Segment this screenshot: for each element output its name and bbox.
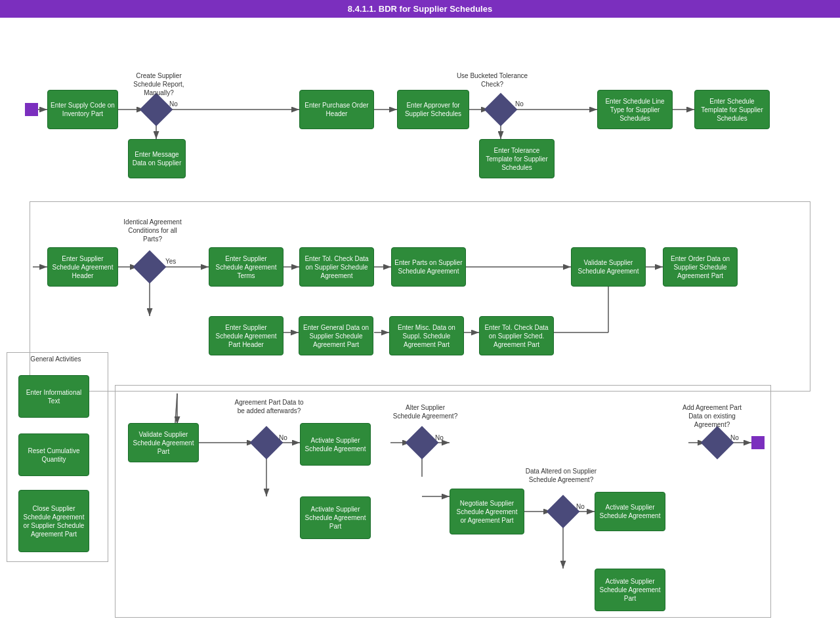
diamond-create-schedule-label: Create Supplier Schedule Report, Manuall… xyxy=(126,71,192,97)
activate-ssa-part-2-box[interactable]: Activate Supplier Schedule Agreement Par… xyxy=(595,569,665,611)
no-label-5: No xyxy=(576,503,585,510)
diamond-data-altered-label: Data Altered on Supplier Schedule Agreem… xyxy=(525,467,597,484)
diamond-agreement-part-label: Agreement Part Data to be added afterwar… xyxy=(233,398,305,415)
enter-schedule-template-box[interactable]: Enter Schedule Template for Supplier Sch… xyxy=(694,90,770,129)
enter-message-data-box[interactable]: Enter Message Data on Supplier xyxy=(128,139,186,178)
close-ssa-box[interactable]: Close Supplier Schedule Agreement or Sup… xyxy=(18,490,89,552)
diamond-identical-label: Identical Agreement Conditions for all P… xyxy=(118,218,187,243)
enter-approver-box[interactable]: Enter Approver for Supplier Schedules xyxy=(397,90,469,129)
diamond-bucketed-label: Use Bucketed Tolerance Check? xyxy=(456,71,528,89)
page-title: 8.4.1.1. BDR for Supplier Schedules xyxy=(348,4,492,14)
validate-ssa-box[interactable]: Validate Supplier Schedule Agreement xyxy=(571,247,646,287)
activate-ssa-part-box[interactable]: Activate Supplier Schedule Agreement Par… xyxy=(300,496,371,539)
end-rect-1 xyxy=(751,436,765,449)
no-label-2: No xyxy=(515,100,524,108)
diamond-bucketed xyxy=(484,93,518,127)
no-label-6: No xyxy=(730,434,739,441)
enter-general-data-box[interactable]: Enter General Data on Supplier Schedule … xyxy=(299,316,373,355)
no-label-1: No xyxy=(169,100,178,108)
enter-ssa-header-box[interactable]: Enter Supplier Schedule Agreement Header xyxy=(47,247,118,287)
enter-parts-box[interactable]: Enter Parts on Supplier Schedule Agreeme… xyxy=(391,247,466,287)
enter-tol-check-box[interactable]: Enter Tol. Check Data on Supplier Schedu… xyxy=(299,247,374,287)
diamond-create-schedule xyxy=(140,93,173,127)
enter-tol-check-part-box[interactable]: Enter Tol. Check Data on Supplier Sched.… xyxy=(479,316,554,355)
enter-ssa-part-header-box[interactable]: Enter Supplier Schedule Agreement Part H… xyxy=(209,316,284,355)
start-rect-1 xyxy=(25,103,38,116)
activate-ssa-1-box[interactable]: Activate Supplier Schedule Agreement xyxy=(300,423,371,466)
diamond-add-agreement-label: Add Agreement Part Data on existing Agre… xyxy=(676,403,748,429)
general-activities-label: General Activities xyxy=(26,355,85,363)
enter-informational-text-box[interactable]: Enter Informational Text xyxy=(18,375,89,418)
enter-misc-data-box[interactable]: Enter Misc. Data on Suppl. Schedule Agre… xyxy=(389,316,464,355)
reset-cumulative-quantity-box[interactable]: Reset Cumulative Quantity xyxy=(18,433,89,476)
diamond-alter-label: Alter Supplier Schedule Agreement? xyxy=(392,403,458,420)
activate-ssa-2-box[interactable]: Activate Supplier Schedule Agreement xyxy=(595,492,665,531)
canvas: Enter Supply Code on Inventory Part Crea… xyxy=(0,18,840,623)
no-label-4: No xyxy=(435,434,444,441)
no-label-3: No xyxy=(279,434,287,441)
validate-ssa-part-box[interactable]: Validate Supplier Schedule Agreement Par… xyxy=(128,423,199,462)
title-bar: 8.4.1.1. BDR for Supplier Schedules xyxy=(0,0,840,18)
enter-order-data-box[interactable]: Enter Order Data on Supplier Schedule Ag… xyxy=(663,247,738,287)
enter-purchase-order-box[interactable]: Enter Purchase Order Header xyxy=(299,90,374,129)
enter-ssa-terms-box[interactable]: Enter Supplier Schedule Agreement Terms xyxy=(209,247,284,287)
enter-schedule-line-type-box[interactable]: Enter Schedule Line Type for Supplier Sc… xyxy=(597,90,673,129)
enter-tolerance-template-box[interactable]: Enter Tolerance Template for Supplier Sc… xyxy=(479,139,555,178)
enter-supply-code-box[interactable]: Enter Supply Code on Inventory Part xyxy=(47,90,118,129)
negotiate-box[interactable]: Negotiate Supplier Schedule Agreement or… xyxy=(450,489,524,534)
yes-label-1: Yes xyxy=(165,258,176,265)
